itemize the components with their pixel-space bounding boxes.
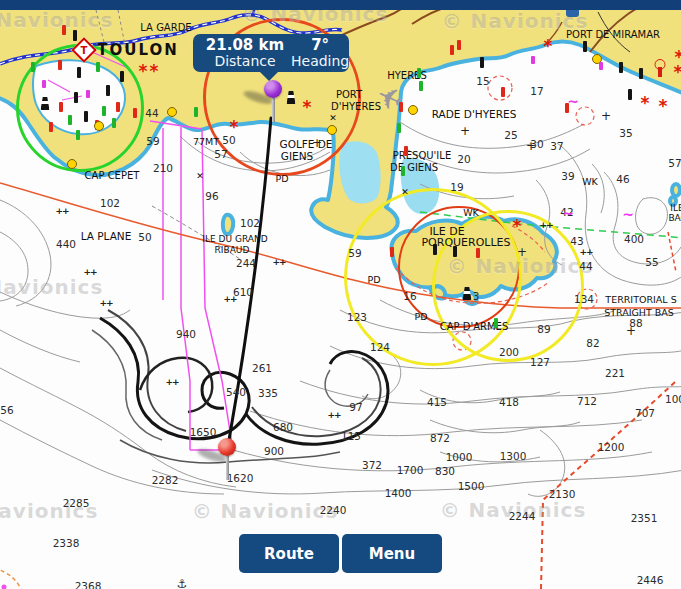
danger-star-icon: * xyxy=(230,123,239,131)
tide-rips-icon: ++ xyxy=(272,257,285,267)
place-label: TERRITORIAL S xyxy=(605,294,676,305)
place-label: LA PLANE xyxy=(81,230,132,242)
boundary-lines xyxy=(0,76,681,589)
beacon-magenta-icon xyxy=(531,56,535,64)
depth-sounding: 2130 xyxy=(549,488,576,500)
beacon-black-icon xyxy=(106,85,110,96)
fish-farm-icon: ~ xyxy=(567,96,579,106)
depth-sounding: 25 xyxy=(504,129,517,141)
place-label: 77MT xyxy=(193,136,219,147)
route-layer xyxy=(0,0,681,589)
place-label: TOULON xyxy=(97,41,179,59)
rock-icon: + xyxy=(601,111,611,121)
tide-rips-icon: ++ xyxy=(223,294,236,304)
danger-star-icon: * xyxy=(303,103,312,111)
anchor-icon: ⚓ xyxy=(177,579,188,589)
depth-sounding: 39 xyxy=(561,170,574,182)
depth-sounding: 43 xyxy=(570,235,583,247)
beacon-red-icon xyxy=(49,122,53,132)
pin-stem xyxy=(272,95,275,122)
pin-shadow xyxy=(196,447,227,465)
chart-canvas[interactable]: © Navionics© Navionics© Navionics© Navio… xyxy=(0,0,681,589)
beacon-black-icon xyxy=(453,246,457,257)
depth-sounding: 2240 xyxy=(320,504,347,516)
depth-sounding: 440 xyxy=(56,238,76,250)
tide-rips-icon: ++ xyxy=(579,247,592,257)
route-line[interactable] xyxy=(229,118,271,440)
beacon-red-icon xyxy=(59,102,63,112)
depth-sounding: 940 xyxy=(176,328,196,340)
beacon-red-icon xyxy=(565,103,569,113)
obstruction-cross-icon: ✕ xyxy=(401,187,409,197)
depth-sounding: 20 xyxy=(457,153,470,165)
danger-star-icon: * xyxy=(659,102,668,110)
ferry-terminal-icon: T xyxy=(71,37,96,62)
route-button[interactable]: Route xyxy=(239,534,339,573)
place-label: ILE DE xyxy=(429,225,464,238)
radio-tower-icon xyxy=(658,67,662,77)
depth-sounding: 335 xyxy=(258,387,278,399)
place-label: PD xyxy=(275,173,288,184)
beacon-green-icon xyxy=(76,130,80,140)
beacon-red-icon xyxy=(133,108,137,118)
place-label: PD xyxy=(367,274,380,285)
rock-icon: + xyxy=(626,326,636,336)
fish-farm-icon: ~ xyxy=(562,208,574,218)
depth-sounding: 127 xyxy=(530,356,550,368)
place-label: PORT xyxy=(336,89,362,100)
depth-sounding: 56 xyxy=(0,404,13,416)
place-label: GOLFE DE xyxy=(280,138,333,150)
danger-star-icon: * xyxy=(544,42,553,50)
depth-sounding: 415 xyxy=(427,396,447,408)
depth-sounding: 2351 xyxy=(631,512,658,524)
watermark: © Navionics xyxy=(440,498,587,522)
depth-sounding: 2338 xyxy=(53,537,80,549)
yellow-buoy-icon xyxy=(67,159,77,169)
obstruction-cross-icon: ✕ xyxy=(329,113,337,123)
distance-readout: 21.08 km Distance xyxy=(199,37,291,69)
airport-icon: ✈ xyxy=(376,87,403,107)
depth-sounding: 1650 xyxy=(190,426,217,438)
depth-sounding: 261 xyxy=(252,362,272,374)
rock-icon: + xyxy=(526,141,536,151)
depth-sounding: 1400 xyxy=(385,487,412,499)
depth-sounding: 55 xyxy=(645,256,658,268)
beacon-black-icon xyxy=(480,57,484,68)
menu-button[interactable]: Menu xyxy=(342,534,442,573)
yellow-buoy-icon xyxy=(408,105,418,115)
place-label: GIENS xyxy=(281,150,313,162)
giens-lagoon xyxy=(339,141,380,203)
depth-sounding: 16 xyxy=(403,290,416,302)
place-label: WK xyxy=(463,207,479,218)
place-label: CAP D'ARMES xyxy=(440,321,509,332)
depth-sounding: 102 xyxy=(240,217,260,229)
beacon-black-icon xyxy=(583,41,587,52)
fish-farm-icon: ~ xyxy=(622,209,634,219)
beacon-green-icon xyxy=(494,318,498,328)
pins-layer xyxy=(0,0,681,589)
beacon-red-icon xyxy=(116,102,120,112)
watermark: © Navionics xyxy=(0,8,113,32)
nautical-chart-base xyxy=(0,0,681,589)
depth-sounding: 2285 xyxy=(63,497,90,509)
depth-sounding: 44 xyxy=(579,260,592,272)
depth-sounding: 830 xyxy=(435,465,455,477)
range-circle xyxy=(344,188,522,366)
beacon-black-icon xyxy=(120,71,124,82)
rock-icon: + xyxy=(312,138,322,148)
place-label: RADE D'HYERES xyxy=(432,108,517,120)
yellow-buoy-icon xyxy=(327,125,337,135)
depth-sounding: 540 xyxy=(226,386,246,398)
top-chrome-bar xyxy=(0,0,681,10)
depth-sounding: 88 xyxy=(629,317,642,329)
top-chrome-tab xyxy=(566,10,579,17)
danger-star-icon: * xyxy=(139,67,148,75)
place-label: PORT DE MIRAMAR xyxy=(566,29,660,40)
place-label: D'HYERES xyxy=(331,101,381,112)
watermark: © Navionics xyxy=(447,254,594,278)
watermarks-layer: © Navionics© Navionics© Navionics© Navio… xyxy=(0,0,681,589)
range-circles-layer xyxy=(0,0,681,589)
place-label: CAP CEPET xyxy=(85,170,140,181)
depth-sounding: 59 xyxy=(348,247,361,259)
depth-sounding: 35 xyxy=(619,127,632,139)
